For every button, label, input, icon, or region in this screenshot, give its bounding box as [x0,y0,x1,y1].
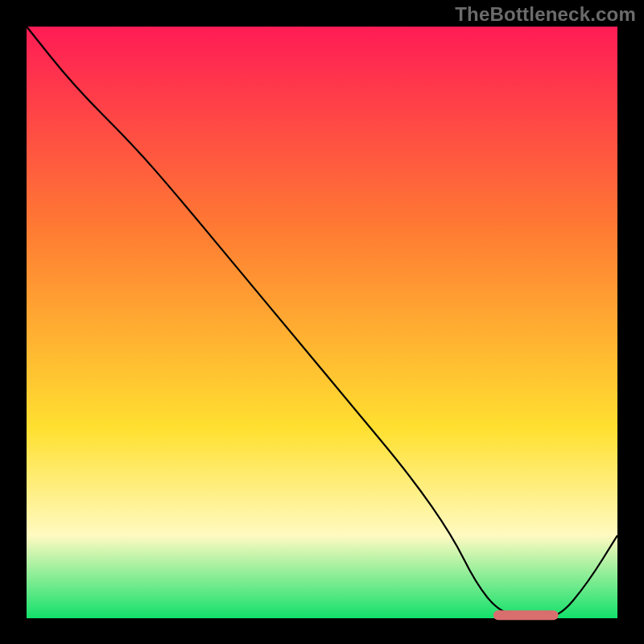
watermark-text: TheBottleneck.com [455,3,636,26]
bottleneck-chart [0,0,644,644]
plot-background [27,27,617,618]
chart-frame: TheBottleneck.com [0,0,644,644]
optimum-marker [493,610,559,620]
